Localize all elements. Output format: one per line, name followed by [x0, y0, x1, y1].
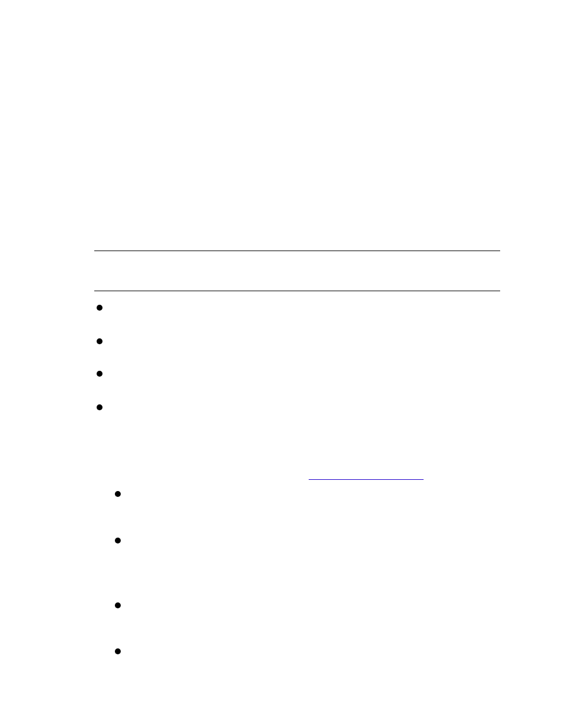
- bullet-icon: [97, 404, 103, 410]
- bullet-icon: [97, 305, 103, 311]
- bullet-icon: [115, 538, 121, 543]
- horizontal-rule-bottom: [94, 291, 500, 291]
- bullet-icon: [115, 648, 121, 654]
- bullet-icon: [97, 371, 103, 377]
- horizontal-rule-top: [94, 251, 500, 251]
- bullet-icon: [115, 602, 121, 608]
- bullet-icon: [115, 491, 121, 497]
- hyperlink-underline[interactable]: [309, 479, 424, 480]
- bullet-icon: [97, 338, 103, 344]
